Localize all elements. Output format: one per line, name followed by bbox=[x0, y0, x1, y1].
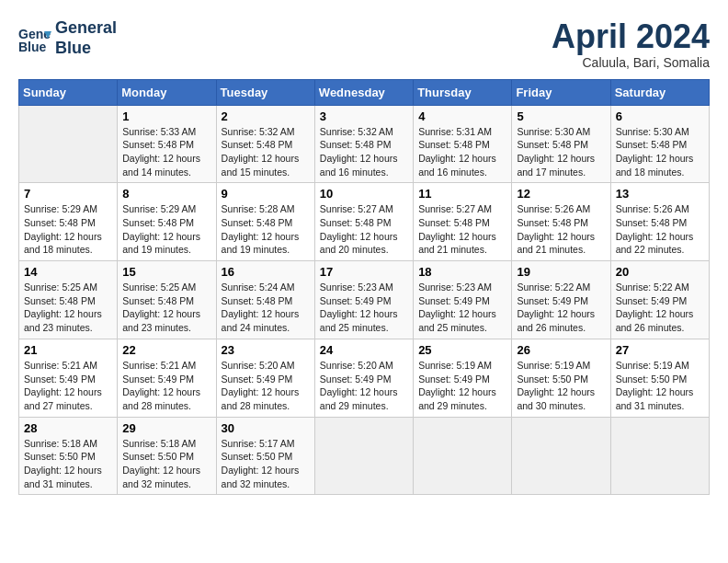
month-year: April 2024 bbox=[552, 18, 710, 55]
calendar-cell bbox=[610, 417, 709, 495]
day-number: 4 bbox=[418, 109, 506, 123]
day-info: Sunrise: 5:27 AM Sunset: 5:48 PM Dayligh… bbox=[418, 202, 506, 257]
day-number: 13 bbox=[616, 187, 704, 201]
header-saturday: Saturday bbox=[610, 79, 709, 105]
day-info: Sunrise: 5:30 AM Sunset: 5:48 PM Dayligh… bbox=[616, 125, 704, 179]
day-number: 25 bbox=[418, 343, 506, 357]
calendar-cell: 25Sunrise: 5:19 AM Sunset: 5:49 PM Dayli… bbox=[414, 339, 512, 417]
calendar-cell: 9Sunrise: 5:28 AM Sunset: 5:48 PM Daylig… bbox=[216, 183, 314, 261]
calendar-header: SundayMondayTuesdayWednesdayThursdayFrid… bbox=[19, 79, 710, 105]
calendar-cell: 24Sunrise: 5:20 AM Sunset: 5:49 PM Dayli… bbox=[314, 339, 413, 417]
day-number: 26 bbox=[517, 343, 605, 357]
day-number: 22 bbox=[122, 343, 210, 357]
svg-text:Blue: Blue bbox=[18, 40, 47, 54]
calendar-cell: 21Sunrise: 5:21 AM Sunset: 5:49 PM Dayli… bbox=[19, 339, 118, 417]
day-info: Sunrise: 5:28 AM Sunset: 5:48 PM Dayligh… bbox=[222, 202, 310, 257]
week-row: 14Sunrise: 5:25 AM Sunset: 5:48 PM Dayli… bbox=[19, 261, 710, 339]
day-number: 9 bbox=[222, 187, 310, 201]
day-number: 21 bbox=[24, 343, 112, 357]
logo: General Blue General Blue bbox=[18, 18, 117, 58]
calendar-cell bbox=[512, 417, 610, 495]
day-number: 10 bbox=[320, 187, 408, 201]
calendar-table: SundayMondayTuesdayWednesdayThursdayFrid… bbox=[18, 79, 710, 496]
calendar-cell: 14Sunrise: 5:25 AM Sunset: 5:48 PM Dayli… bbox=[19, 261, 118, 339]
calendar-cell: 16Sunrise: 5:24 AM Sunset: 5:48 PM Dayli… bbox=[216, 261, 314, 339]
logo-text: General Blue bbox=[55, 18, 117, 58]
header-wednesday: Wednesday bbox=[314, 79, 413, 105]
day-number: 3 bbox=[320, 109, 408, 123]
day-info: Sunrise: 5:32 AM Sunset: 5:48 PM Dayligh… bbox=[222, 125, 310, 179]
header-sunday: Sunday bbox=[19, 79, 118, 105]
calendar-cell: 26Sunrise: 5:19 AM Sunset: 5:50 PM Dayli… bbox=[512, 339, 610, 417]
calendar-cell: 27Sunrise: 5:19 AM Sunset: 5:50 PM Dayli… bbox=[610, 339, 709, 417]
calendar-cell: 12Sunrise: 5:26 AM Sunset: 5:48 PM Dayli… bbox=[512, 183, 610, 261]
day-info: Sunrise: 5:21 AM Sunset: 5:49 PM Dayligh… bbox=[24, 359, 112, 413]
day-number: 11 bbox=[418, 187, 506, 201]
day-info: Sunrise: 5:17 AM Sunset: 5:50 PM Dayligh… bbox=[222, 437, 310, 491]
calendar-cell: 2Sunrise: 5:32 AM Sunset: 5:48 PM Daylig… bbox=[216, 105, 314, 183]
day-number: 6 bbox=[616, 109, 704, 123]
day-info: Sunrise: 5:19 AM Sunset: 5:50 PM Dayligh… bbox=[517, 359, 605, 413]
logo-line1: General bbox=[55, 18, 117, 37]
day-number: 14 bbox=[24, 265, 112, 279]
calendar-cell: 8Sunrise: 5:29 AM Sunset: 5:48 PM Daylig… bbox=[118, 183, 216, 261]
location: Caluula, Bari, Somalia bbox=[552, 55, 710, 70]
day-info: Sunrise: 5:18 AM Sunset: 5:50 PM Dayligh… bbox=[122, 437, 210, 491]
calendar-body: 1Sunrise: 5:33 AM Sunset: 5:48 PM Daylig… bbox=[19, 105, 710, 495]
calendar-cell: 29Sunrise: 5:18 AM Sunset: 5:50 PM Dayli… bbox=[118, 417, 216, 495]
header-monday: Monday bbox=[118, 79, 216, 105]
calendar-cell: 17Sunrise: 5:23 AM Sunset: 5:49 PM Dayli… bbox=[314, 261, 413, 339]
calendar-cell: 5Sunrise: 5:30 AM Sunset: 5:48 PM Daylig… bbox=[512, 105, 610, 183]
day-number: 1 bbox=[122, 109, 210, 123]
calendar-cell: 20Sunrise: 5:22 AM Sunset: 5:49 PM Dayli… bbox=[610, 261, 709, 339]
day-number: 5 bbox=[517, 109, 605, 123]
day-info: Sunrise: 5:20 AM Sunset: 5:49 PM Dayligh… bbox=[320, 359, 408, 413]
day-info: Sunrise: 5:30 AM Sunset: 5:48 PM Dayligh… bbox=[517, 125, 605, 179]
calendar-cell: 1Sunrise: 5:33 AM Sunset: 5:48 PM Daylig… bbox=[118, 105, 216, 183]
calendar-cell: 4Sunrise: 5:31 AM Sunset: 5:48 PM Daylig… bbox=[414, 105, 512, 183]
day-info: Sunrise: 5:25 AM Sunset: 5:48 PM Dayligh… bbox=[24, 281, 112, 335]
header-thursday: Thursday bbox=[414, 79, 512, 105]
day-number: 20 bbox=[616, 265, 704, 279]
day-number: 16 bbox=[222, 265, 310, 279]
logo-line2: Blue bbox=[55, 39, 91, 57]
calendar-cell bbox=[19, 105, 118, 183]
day-info: Sunrise: 5:31 AM Sunset: 5:48 PM Dayligh… bbox=[418, 125, 506, 179]
week-row: 28Sunrise: 5:18 AM Sunset: 5:50 PM Dayli… bbox=[19, 417, 710, 495]
calendar-cell: 30Sunrise: 5:17 AM Sunset: 5:50 PM Dayli… bbox=[216, 417, 314, 495]
day-info: Sunrise: 5:25 AM Sunset: 5:48 PM Dayligh… bbox=[122, 281, 210, 335]
day-number: 19 bbox=[517, 265, 605, 279]
day-info: Sunrise: 5:27 AM Sunset: 5:48 PM Dayligh… bbox=[320, 202, 408, 257]
calendar-cell: 19Sunrise: 5:22 AM Sunset: 5:49 PM Dayli… bbox=[512, 261, 610, 339]
calendar-cell: 11Sunrise: 5:27 AM Sunset: 5:48 PM Dayli… bbox=[414, 183, 512, 261]
day-info: Sunrise: 5:22 AM Sunset: 5:49 PM Dayligh… bbox=[517, 281, 605, 335]
logo-icon: General Blue bbox=[18, 22, 51, 55]
day-number: 18 bbox=[418, 265, 506, 279]
day-info: Sunrise: 5:24 AM Sunset: 5:48 PM Dayligh… bbox=[222, 281, 310, 335]
week-row: 21Sunrise: 5:21 AM Sunset: 5:49 PM Dayli… bbox=[19, 339, 710, 417]
day-info: Sunrise: 5:26 AM Sunset: 5:48 PM Dayligh… bbox=[616, 202, 704, 257]
day-number: 27 bbox=[616, 343, 704, 357]
day-info: Sunrise: 5:18 AM Sunset: 5:50 PM Dayligh… bbox=[24, 437, 112, 491]
day-number: 2 bbox=[222, 109, 310, 123]
day-info: Sunrise: 5:19 AM Sunset: 5:50 PM Dayligh… bbox=[616, 359, 704, 413]
day-number: 29 bbox=[122, 421, 210, 435]
week-row: 7Sunrise: 5:29 AM Sunset: 5:48 PM Daylig… bbox=[19, 183, 710, 261]
calendar-cell: 13Sunrise: 5:26 AM Sunset: 5:48 PM Dayli… bbox=[610, 183, 709, 261]
calendar-cell: 7Sunrise: 5:29 AM Sunset: 5:48 PM Daylig… bbox=[19, 183, 118, 261]
calendar-cell: 18Sunrise: 5:23 AM Sunset: 5:49 PM Dayli… bbox=[414, 261, 512, 339]
calendar-cell: 6Sunrise: 5:30 AM Sunset: 5:48 PM Daylig… bbox=[610, 105, 709, 183]
day-info: Sunrise: 5:32 AM Sunset: 5:48 PM Dayligh… bbox=[320, 125, 408, 179]
header-tuesday: Tuesday bbox=[216, 79, 314, 105]
day-number: 24 bbox=[320, 343, 408, 357]
calendar-cell bbox=[314, 417, 413, 495]
header-friday: Friday bbox=[512, 79, 610, 105]
calendar-cell: 23Sunrise: 5:20 AM Sunset: 5:49 PM Dayli… bbox=[216, 339, 314, 417]
day-info: Sunrise: 5:20 AM Sunset: 5:49 PM Dayligh… bbox=[222, 359, 310, 413]
calendar-cell: 15Sunrise: 5:25 AM Sunset: 5:48 PM Dayli… bbox=[118, 261, 216, 339]
day-info: Sunrise: 5:23 AM Sunset: 5:49 PM Dayligh… bbox=[320, 281, 408, 335]
day-info: Sunrise: 5:19 AM Sunset: 5:49 PM Dayligh… bbox=[418, 359, 506, 413]
calendar-cell bbox=[414, 417, 512, 495]
day-info: Sunrise: 5:23 AM Sunset: 5:49 PM Dayligh… bbox=[418, 281, 506, 335]
calendar-cell: 3Sunrise: 5:32 AM Sunset: 5:48 PM Daylig… bbox=[314, 105, 413, 183]
